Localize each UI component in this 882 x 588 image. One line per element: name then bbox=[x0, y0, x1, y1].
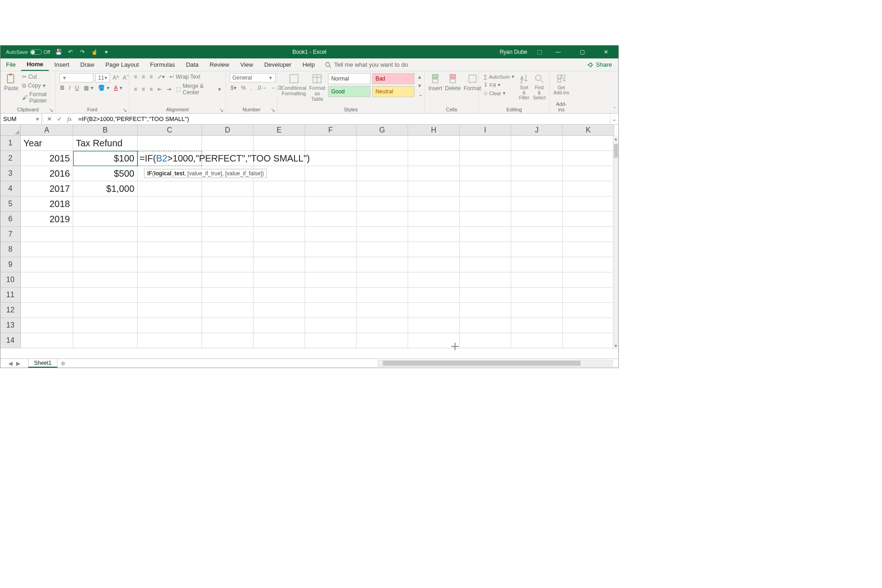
cell-F1[interactable] bbox=[305, 136, 357, 151]
cell-F2[interactable] bbox=[305, 151, 357, 166]
cell-E8[interactable] bbox=[254, 242, 305, 257]
autosum-button[interactable]: ∑AutoSum ▾ bbox=[483, 73, 515, 80]
get-addins-button[interactable]: +Get Add-ins bbox=[553, 73, 569, 95]
column-header-C[interactable]: C bbox=[138, 125, 202, 136]
cell-J12[interactable] bbox=[511, 303, 563, 318]
align-bottom-button[interactable]: ≡ bbox=[149, 73, 154, 81]
column-header-I[interactable]: I bbox=[460, 125, 511, 136]
cell-I7[interactable] bbox=[460, 227, 511, 242]
tab-formulas[interactable]: Formulas bbox=[144, 58, 180, 71]
cell-H5[interactable] bbox=[408, 196, 460, 212]
cell-A12[interactable] bbox=[21, 303, 73, 318]
orientation-button[interactable]: ⤢▾ bbox=[156, 73, 166, 81]
cell-I12[interactable] bbox=[460, 303, 511, 318]
cell-F7[interactable] bbox=[305, 227, 357, 242]
italic-button[interactable]: I bbox=[68, 84, 71, 92]
user-name[interactable]: Ryan Dube bbox=[500, 49, 529, 55]
dialog-launcher-icon[interactable]: ↘ bbox=[49, 107, 54, 112]
cell-G13[interactable] bbox=[357, 318, 408, 333]
row-header-1[interactable]: 1 bbox=[0, 136, 21, 151]
cell-C4[interactable] bbox=[138, 181, 202, 196]
row-header-4[interactable]: 4 bbox=[0, 181, 21, 196]
grow-font-button[interactable]: A^ bbox=[112, 74, 120, 81]
underline-button[interactable]: U bbox=[74, 84, 80, 92]
row-header-10[interactable]: 10 bbox=[0, 272, 21, 288]
comma-button[interactable]: , bbox=[249, 84, 253, 92]
cell-F9[interactable] bbox=[305, 257, 357, 272]
row-header-13[interactable]: 13 bbox=[0, 318, 21, 333]
cell-I14[interactable] bbox=[460, 333, 511, 348]
cell-E14[interactable] bbox=[254, 333, 305, 348]
decrease-indent-button[interactable]: ⇤ bbox=[156, 82, 163, 96]
cell-A14[interactable] bbox=[21, 333, 73, 348]
cell-F6[interactable] bbox=[305, 212, 357, 227]
cell-E9[interactable] bbox=[254, 257, 305, 272]
dialog-launcher-icon[interactable]: ↘ bbox=[271, 107, 276, 112]
percent-button[interactable]: % bbox=[240, 84, 247, 92]
cell-K10[interactable] bbox=[563, 272, 614, 288]
gallery-scroll-up[interactable]: ▴ bbox=[417, 73, 424, 81]
cell-E11[interactable] bbox=[254, 288, 305, 303]
cell-G1[interactable] bbox=[357, 136, 408, 151]
cell-H8[interactable] bbox=[408, 242, 460, 257]
cell-F5[interactable] bbox=[305, 196, 357, 212]
align-center-button[interactable]: ≡ bbox=[141, 82, 146, 96]
scroll-thumb[interactable] bbox=[614, 144, 618, 158]
cell-I3[interactable] bbox=[460, 166, 511, 181]
style-normal[interactable]: Normal bbox=[328, 73, 370, 84]
tab-help[interactable]: Help bbox=[297, 58, 320, 71]
cell-C12[interactable] bbox=[138, 303, 202, 318]
fill-button[interactable]: ↧Fill ▾ bbox=[483, 81, 515, 88]
tab-view[interactable]: View bbox=[235, 58, 259, 71]
cell-F3[interactable] bbox=[305, 166, 357, 181]
cell-D13[interactable] bbox=[202, 318, 254, 333]
column-header-E[interactable]: E bbox=[254, 125, 305, 136]
cell-F11[interactable] bbox=[305, 288, 357, 303]
cell-C11[interactable] bbox=[138, 288, 202, 303]
cell-E2[interactable] bbox=[254, 151, 305, 166]
cell-C13[interactable] bbox=[138, 318, 202, 333]
cell-J2[interactable] bbox=[511, 151, 563, 166]
row-header-2[interactable]: 2 bbox=[0, 151, 21, 166]
cell-H7[interactable] bbox=[408, 227, 460, 242]
number-format-dropdown[interactable]: General▾ bbox=[230, 73, 276, 82]
cell-D10[interactable] bbox=[202, 272, 254, 288]
cell-H9[interactable] bbox=[408, 257, 460, 272]
gallery-more[interactable]: ⌄ bbox=[417, 91, 424, 98]
cell-K12[interactable] bbox=[563, 303, 614, 318]
name-box[interactable]: ▾ bbox=[0, 114, 42, 124]
cell-F13[interactable] bbox=[305, 318, 357, 333]
cell-I6[interactable] bbox=[460, 212, 511, 227]
cell-E7[interactable] bbox=[254, 227, 305, 242]
gallery-scroll-down[interactable]: ▾ bbox=[417, 82, 424, 89]
cell-B13[interactable] bbox=[73, 318, 138, 333]
cell-H1[interactable] bbox=[408, 136, 460, 151]
cell-G4[interactable] bbox=[357, 181, 408, 196]
cell-A2[interactable]: 2015 bbox=[21, 151, 73, 166]
cell-A11[interactable] bbox=[21, 288, 73, 303]
borders-button[interactable]: ▦▾ bbox=[83, 84, 94, 92]
cell-C2[interactable] bbox=[138, 151, 202, 166]
cell-F4[interactable] bbox=[305, 181, 357, 196]
cell-B12[interactable] bbox=[73, 303, 138, 318]
sheet-tab-1[interactable]: Sheet1 bbox=[28, 359, 58, 368]
cell-D8[interactable] bbox=[202, 242, 254, 257]
cell-A3[interactable]: 2016 bbox=[21, 166, 73, 181]
cell-E1[interactable] bbox=[254, 136, 305, 151]
cell-K5[interactable] bbox=[563, 196, 614, 212]
delete-cells-button[interactable]: Delete bbox=[445, 73, 461, 92]
cell-B1[interactable]: Tax Refund bbox=[73, 136, 138, 151]
cell-H12[interactable] bbox=[408, 303, 460, 318]
scroll-down-arrow[interactable]: ▼ bbox=[613, 343, 618, 349]
cell-B9[interactable] bbox=[73, 257, 138, 272]
cell-H13[interactable] bbox=[408, 318, 460, 333]
cell-H3[interactable] bbox=[408, 166, 460, 181]
cell-J4[interactable] bbox=[511, 181, 563, 196]
cell-D14[interactable] bbox=[202, 333, 254, 348]
cell-J9[interactable] bbox=[511, 257, 563, 272]
cell-G9[interactable] bbox=[357, 257, 408, 272]
cell-B10[interactable] bbox=[73, 272, 138, 288]
cell-H14[interactable] bbox=[408, 333, 460, 348]
bold-button[interactable]: B bbox=[59, 84, 65, 92]
cell-C7[interactable] bbox=[138, 227, 202, 242]
